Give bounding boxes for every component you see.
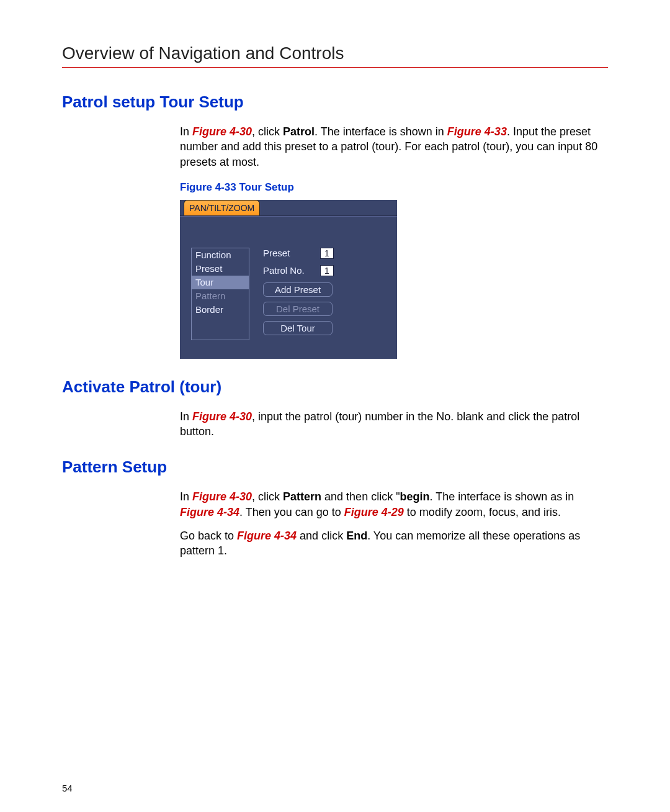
pattern-setup-paragraph-2: Go back to Figure 4-34 and click End. Yo… [180, 528, 608, 559]
text: and then click " [321, 490, 400, 503]
heading-pattern-setup: Pattern Setup [62, 458, 608, 477]
heading-activate-patrol: Activate Patrol (tour) [62, 377, 608, 397]
add-preset-button[interactable]: Add Preset [263, 282, 333, 297]
figure-caption: Figure 4-33 Tour Setup [180, 181, 608, 195]
figure-ref: Figure 4-30 [192, 410, 252, 423]
page-title: Overview of Navigation and Controls [62, 43, 608, 68]
preset-row: Preset 1 [263, 248, 334, 259]
heading-patrol-setup: Patrol setup Tour Setup [62, 92, 608, 112]
activate-patrol-paragraph: In Figure 4-30, input the patrol (tour) … [180, 409, 608, 440]
figure-ref: Figure 4-29 [344, 506, 404, 518]
func-item-pattern[interactable]: Pattern [192, 289, 249, 303]
page-number: 54 [62, 783, 73, 793]
patrol-input[interactable]: 1 [320, 265, 334, 276]
func-item-function[interactable]: Function [192, 248, 249, 262]
patrol-setup-body: In Figure 4-30, click Patrol. The interf… [180, 124, 608, 195]
bold-text: Patrol [283, 125, 315, 138]
pattern-setup-body: In Figure 4-30, click Pattern and then c… [180, 489, 608, 558]
patrol-label: Patrol No. [263, 265, 314, 276]
patrol-row: Patrol No. 1 [263, 265, 334, 276]
patrol-setup-paragraph: In Figure 4-30, click Patrol. The interf… [180, 124, 608, 169]
func-item-border[interactable]: Border [192, 303, 249, 317]
text: . The interface is shown as in [430, 490, 574, 503]
divider [180, 215, 397, 217]
pattern-setup-paragraph-1: In Figure 4-30, click Pattern and then c… [180, 489, 608, 520]
text: to modify zoom, focus, and iris. [404, 506, 561, 518]
figure-ref: Figure 4-34 [237, 530, 297, 542]
bold-text: begin [400, 490, 430, 503]
text: . Then you can go to [239, 506, 344, 518]
text: In [180, 490, 192, 503]
ptz-tab[interactable]: PAN/TILT/ZOOM [184, 200, 260, 215]
figure-ref: Figure 4-30 [192, 490, 252, 503]
preset-input[interactable]: 1 [320, 248, 334, 259]
text: . The interface is shown in [315, 125, 447, 138]
figure-ref: Figure 4-30 [192, 125, 252, 138]
activate-patrol-body: In Figure 4-30, input the patrol (tour) … [180, 409, 608, 440]
preset-label: Preset [263, 248, 314, 258]
ptz-right-column: Preset 1 Patrol No. 1 Add Preset Del Pre… [263, 248, 334, 340]
figure-ref: Figure 4-34 [180, 506, 239, 518]
text: In [180, 125, 192, 138]
figure-ref: Figure 4-33 [447, 125, 507, 138]
func-item-tour[interactable]: Tour [192, 276, 249, 289]
ptz-panel: PAN/TILT/ZOOM Function Preset Tour Patte… [180, 200, 397, 359]
del-preset-button[interactable]: Del Preset [263, 302, 333, 316]
bold-text: Pattern [283, 490, 321, 503]
text: , click [252, 125, 283, 138]
text: , click [252, 490, 283, 503]
text: In [180, 410, 192, 423]
del-tour-button[interactable]: Del Tour [263, 321, 333, 335]
text: and click [297, 530, 346, 542]
function-list: Function Preset Tour Pattern Border [191, 248, 249, 340]
bold-text: End [346, 530, 367, 542]
func-item-preset[interactable]: Preset [192, 262, 249, 276]
text: Go back to [180, 530, 237, 542]
